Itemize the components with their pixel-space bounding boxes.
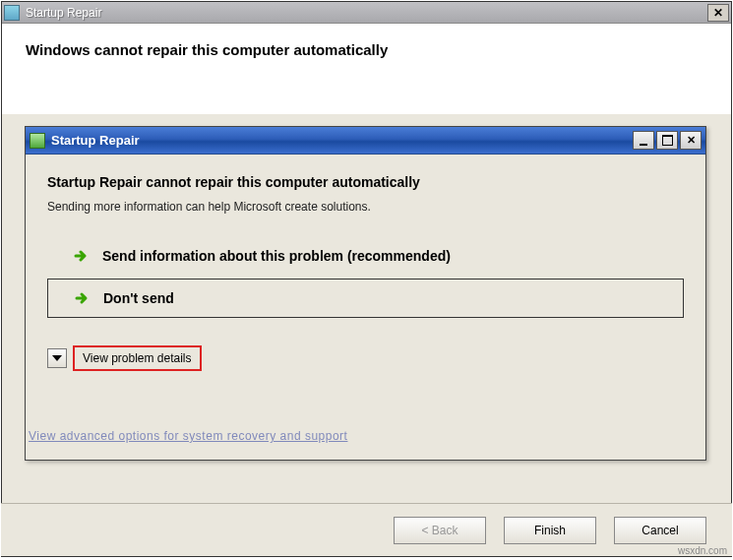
- option-send-info[interactable]: Send information about this problem (rec…: [47, 237, 684, 275]
- option-dont-send-label: Don't send: [103, 290, 174, 306]
- startup-repair-icon: [4, 5, 20, 21]
- arrow-right-icon: [74, 289, 92, 307]
- option-dont-send[interactable]: Don't send: [47, 279, 684, 318]
- inner-subtext: Sending more information can help Micros…: [47, 200, 684, 214]
- inner-heading: Startup Repair cannot repair this comput…: [47, 174, 684, 190]
- back-button: < Back: [394, 517, 486, 544]
- cancel-button[interactable]: Cancel: [614, 517, 706, 544]
- watermark: wsxdn.com: [678, 545, 727, 556]
- inner-window-title: Startup Repair: [51, 133, 140, 148]
- advanced-options-link[interactable]: View advanced options for system recover…: [29, 429, 347, 443]
- arrow-right-icon: [73, 247, 91, 265]
- outer-close-button[interactable]: ✕: [707, 4, 729, 22]
- outer-window-title: Startup Repair: [26, 6, 101, 20]
- outer-body: Windows cannot repair this computer auto…: [2, 24, 731, 114]
- problem-details-row: View problem details: [47, 345, 684, 371]
- startup-repair-icon: [30, 133, 45, 149]
- outer-titlebar: Startup Repair ✕: [2, 2, 731, 24]
- inner-titlebar: Startup Repair ✕: [26, 127, 705, 155]
- option-send-label: Send information about this problem (rec…: [102, 248, 451, 264]
- view-problem-details-label[interactable]: View problem details: [83, 351, 192, 365]
- expand-details-button[interactable]: [47, 348, 67, 368]
- outer-heading: Windows cannot repair this computer auto…: [26, 41, 707, 58]
- finish-button[interactable]: Finish: [504, 517, 596, 544]
- wizard-footer: < Back Finish Cancel: [1, 503, 732, 556]
- minimize-button[interactable]: [633, 131, 654, 150]
- inner-dialog: Startup Repair ✕ Startup Repair cannot r…: [25, 126, 706, 461]
- inner-body: Startup Repair cannot repair this comput…: [26, 155, 705, 381]
- maximize-button[interactable]: [656, 131, 678, 150]
- close-button[interactable]: ✕: [680, 131, 702, 150]
- view-problem-details-highlight: View problem details: [73, 345, 202, 371]
